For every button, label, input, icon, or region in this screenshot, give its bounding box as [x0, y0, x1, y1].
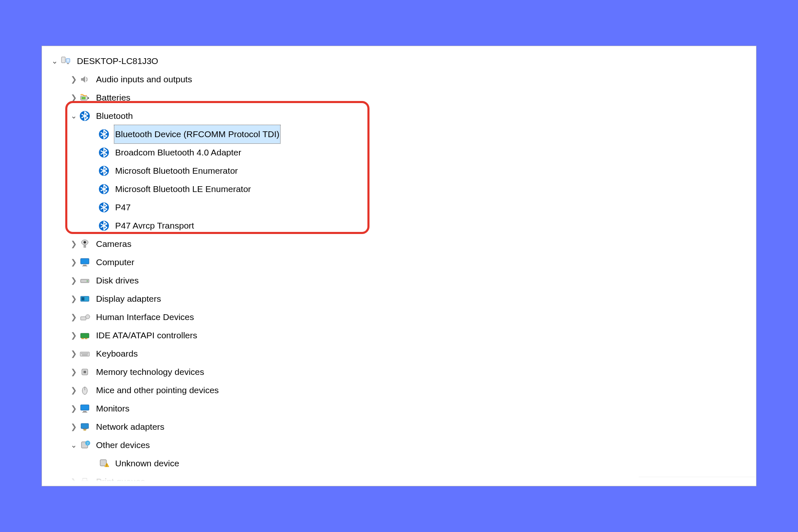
bt-device-5[interactable]: P47 Avrcp Transport	[49, 217, 749, 235]
device-label[interactable]: P47 Avrcp Transport	[114, 217, 195, 235]
chevron-down-icon[interactable]: ⌄	[69, 436, 79, 454]
device-label[interactable]: Microsoft Bluetooth LE Enumerator	[114, 180, 252, 198]
keyboard-icon	[79, 347, 91, 360]
bluetooth-icon	[79, 110, 91, 122]
chevron-right-icon[interactable]: ❯	[69, 418, 79, 436]
ide-icon	[79, 329, 91, 342]
monitor-icon	[79, 402, 91, 415]
chevron-right-icon[interactable]: ❯	[69, 345, 79, 363]
category-label[interactable]: Monitors	[95, 399, 131, 418]
device-label-selected[interactable]: Bluetooth Device (RFCOMM Protocol TDI)	[114, 125, 280, 143]
other-device-icon	[79, 439, 91, 451]
bluetooth-icon	[98, 128, 110, 140]
category-label[interactable]: Mice and other pointing devices	[95, 381, 219, 399]
category-disk[interactable]: ❯ Disk drives	[49, 271, 749, 290]
bt-device-4[interactable]: P47	[49, 198, 749, 217]
category-mice[interactable]: ❯ Mice and other pointing devices	[49, 381, 749, 399]
chevron-right-icon[interactable]: ❯	[69, 473, 79, 486]
tree-root-row[interactable]: ⌄ DESKTOP-LC81J3O	[49, 52, 749, 70]
category-ide[interactable]: ❯ IDE ATA/ATAPI controllers	[49, 326, 749, 345]
chevron-right-icon[interactable]: ❯	[69, 271, 79, 290]
chevron-right-icon[interactable]: ❯	[69, 381, 79, 399]
chevron-right-icon[interactable]: ❯	[69, 70, 79, 89]
monitor-icon	[79, 256, 91, 268]
category-label[interactable]: Bluetooth	[95, 107, 134, 125]
scrollbar-track[interactable]	[639, 477, 755, 485]
category-network[interactable]: ❯ Network adapters	[49, 418, 749, 436]
bt-device-3[interactable]: Microsoft Bluetooth LE Enumerator	[49, 180, 749, 198]
speaker-icon	[79, 73, 91, 86]
mouse-icon	[79, 384, 91, 397]
chevron-right-icon[interactable]: ❯	[69, 363, 79, 381]
category-monitors[interactable]: ❯ Monitors	[49, 399, 749, 418]
bt-device-2[interactable]: Microsoft Bluetooth Enumerator	[49, 162, 749, 180]
category-label[interactable]: Batteries	[95, 89, 131, 107]
category-label[interactable]: Memory technology devices	[95, 363, 205, 381]
chevron-right-icon[interactable]: ❯	[69, 308, 79, 326]
category-label[interactable]: Human Interface Devices	[95, 308, 195, 326]
bluetooth-icon	[98, 219, 110, 232]
category-keyboards[interactable]: ❯ Keyboards	[49, 345, 749, 363]
device-label[interactable]: Unknown device	[114, 454, 180, 473]
device-label[interactable]: Microsoft Bluetooth Enumerator	[114, 162, 239, 180]
category-label[interactable]: Computer	[95, 253, 135, 271]
chevron-down-icon[interactable]: ⌄	[69, 107, 79, 125]
category-label[interactable]: Disk drives	[95, 271, 140, 290]
battery-icon	[79, 91, 91, 104]
category-label[interactable]: IDE ATA/ATAPI controllers	[95, 326, 198, 345]
bluetooth-icon	[98, 201, 110, 214]
category-other[interactable]: ⌄ Other devices	[49, 436, 749, 454]
chevron-down-icon[interactable]: ⌄	[49, 52, 59, 70]
category-label[interactable]: Cameras	[95, 235, 132, 253]
bt-device-1[interactable]: Broadcom Bluetooth 4.0 Adapter	[49, 143, 749, 162]
drive-icon	[79, 274, 91, 287]
category-bluetooth[interactable]: ⌄ Bluetooth	[49, 107, 749, 125]
category-batteries[interactable]: ❯ Batteries	[49, 89, 749, 107]
bluetooth-icon	[98, 146, 110, 159]
network-icon	[79, 421, 91, 433]
hid-icon	[79, 311, 91, 323]
chevron-right-icon[interactable]: ❯	[69, 399, 79, 418]
root-label[interactable]: DESKTOP-LC81J3O	[76, 52, 159, 70]
unknown-device-warning-icon	[98, 457, 110, 470]
chevron-right-icon[interactable]: ❯	[69, 89, 79, 107]
computer-icon	[59, 55, 72, 67]
category-label[interactable]: Print queues	[95, 473, 146, 486]
device-manager-panel: ⌄ DESKTOP-LC81J3O ❯ Audio inputs and out…	[42, 46, 756, 486]
category-label[interactable]: Other devices	[95, 436, 151, 454]
gpu-icon	[79, 293, 91, 305]
camera-icon	[79, 238, 91, 250]
device-label[interactable]: Broadcom Bluetooth 4.0 Adapter	[114, 143, 242, 162]
category-audio[interactable]: ❯ Audio inputs and outputs	[49, 70, 749, 89]
category-label[interactable]: Audio inputs and outputs	[95, 70, 193, 89]
category-label[interactable]: Keyboards	[95, 345, 138, 363]
chevron-right-icon[interactable]: ❯	[69, 253, 79, 271]
chevron-right-icon[interactable]: ❯	[69, 290, 79, 308]
category-cameras[interactable]: ❯ Cameras	[49, 235, 749, 253]
category-memtech[interactable]: ❯ Memory technology devices	[49, 363, 749, 381]
category-hid[interactable]: ❯ Human Interface Devices	[49, 308, 749, 326]
chevron-right-icon[interactable]: ❯	[69, 326, 79, 345]
category-display[interactable]: ❯ Display adapters	[49, 290, 749, 308]
other-device-0[interactable]: Unknown device	[49, 454, 749, 473]
category-label[interactable]: Display adapters	[95, 290, 162, 308]
bluetooth-icon	[98, 183, 110, 195]
printer-icon	[79, 475, 91, 486]
device-label[interactable]: P47	[114, 198, 131, 217]
chip-icon	[79, 366, 91, 378]
bt-device-0[interactable]: Bluetooth Device (RFCOMM Protocol TDI)	[49, 125, 749, 143]
device-tree[interactable]: ⌄ DESKTOP-LC81J3O ❯ Audio inputs and out…	[49, 52, 749, 486]
category-label[interactable]: Network adapters	[95, 418, 165, 436]
category-computer[interactable]: ❯ Computer	[49, 253, 749, 271]
bluetooth-icon	[98, 165, 110, 177]
chevron-right-icon[interactable]: ❯	[69, 235, 79, 253]
